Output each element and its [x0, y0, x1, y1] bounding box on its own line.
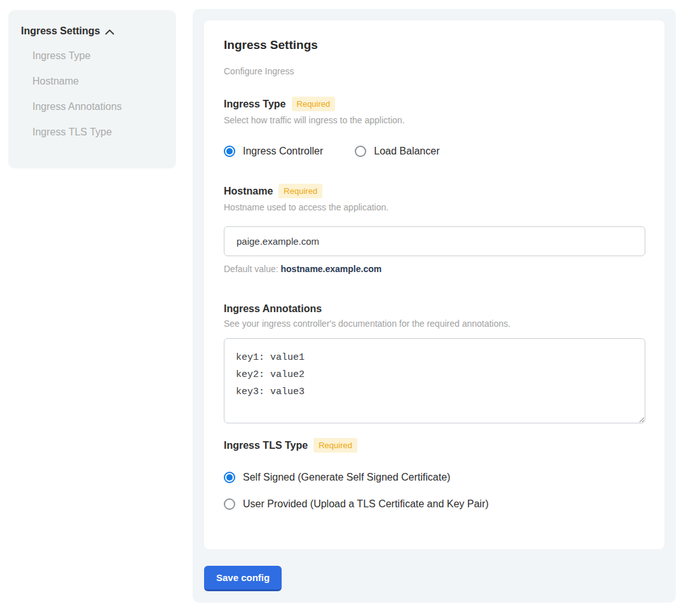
- required-badge: Required: [292, 97, 336, 111]
- sidebar-section-ingress-settings[interactable]: Ingress Settings: [21, 25, 163, 37]
- required-badge: Required: [313, 438, 357, 453]
- field-ingress-tls-type: Ingress TLS Type Required Self Signed (G…: [224, 438, 645, 510]
- radio-ingress-controller[interactable]: Ingress Controller: [224, 146, 323, 157]
- hostname-label: Hostname: [224, 186, 273, 197]
- page-title: Ingress Settings: [224, 38, 645, 52]
- save-config-button[interactable]: Save config: [204, 566, 282, 591]
- sidebar-item-hostname[interactable]: Hostname: [21, 69, 163, 94]
- ingress-annotations-label: Ingress Annotations: [224, 303, 322, 315]
- ingress-annotations-description: See your ingress controller's documentat…: [224, 318, 645, 329]
- settings-sidebar: Ingress Settings Ingress Type Hostname I…: [8, 10, 176, 168]
- radio-load-balancer[interactable]: Load Balancer: [355, 146, 439, 157]
- ingress-tls-options: Self Signed (Generate Self Signed Certif…: [224, 472, 645, 510]
- ingress-annotations-textarea[interactable]: key1: value1 key2: value2 key3: value3: [224, 338, 645, 423]
- chevron-up-icon[interactable]: [105, 29, 114, 35]
- sidebar-section-title: Ingress Settings: [21, 25, 100, 37]
- radio-label: Ingress Controller: [243, 146, 323, 157]
- radio-button-icon[interactable]: [224, 146, 235, 157]
- ingress-tls-type-label: Ingress TLS Type: [224, 440, 308, 451]
- hostname-default-value: Default value: hostname.example.com: [224, 264, 645, 274]
- ingress-type-label: Ingress Type: [224, 99, 286, 110]
- radio-label: User Provided (Upload a TLS Certificate …: [243, 498, 489, 510]
- ingress-type-description: Select how traffic will ingress to the a…: [224, 115, 645, 125]
- radio-user-provided[interactable]: User Provided (Upload a TLS Certificate …: [224, 498, 645, 510]
- page: Ingress Settings Ingress Type Hostname I…: [0, 0, 693, 616]
- radio-label: Self Signed (Generate Self Signed Certif…: [243, 472, 450, 483]
- hostname-input[interactable]: [224, 226, 645, 256]
- sidebar-item-ingress-annotations[interactable]: Ingress Annotations: [21, 94, 163, 120]
- radio-button-icon[interactable]: [224, 498, 235, 510]
- sidebar-item-ingress-tls-type[interactable]: Ingress TLS Type: [21, 120, 163, 145]
- hostname-description: Hostname used to access the application.: [224, 202, 645, 212]
- required-badge: Required: [278, 184, 322, 198]
- sidebar-item-ingress-type[interactable]: Ingress Type: [21, 43, 163, 69]
- radio-button-icon[interactable]: [224, 472, 235, 483]
- ingress-type-options: Ingress Controller Load Balancer: [224, 146, 645, 157]
- radio-self-signed[interactable]: Self Signed (Generate Self Signed Certif…: [224, 472, 645, 483]
- field-hostname: Hostname Required Hostname used to acces…: [224, 184, 645, 274]
- default-value-prefix: Default value:: [224, 264, 278, 274]
- page-subtitle: Configure Ingress: [224, 66, 645, 76]
- radio-button-icon[interactable]: [355, 146, 366, 157]
- settings-panel: Ingress Settings Configure Ingress Ingre…: [193, 9, 676, 603]
- ingress-settings-card: Ingress Settings Configure Ingress Ingre…: [204, 20, 664, 549]
- radio-label: Load Balancer: [374, 146, 439, 157]
- field-ingress-annotations: Ingress Annotations See your ingress con…: [224, 303, 645, 423]
- default-value-text: hostname.example.com: [281, 264, 382, 274]
- field-ingress-type: Ingress Type Required Select how traffic…: [224, 97, 645, 157]
- sidebar-list: Ingress Type Hostname Ingress Annotation…: [21, 43, 163, 145]
